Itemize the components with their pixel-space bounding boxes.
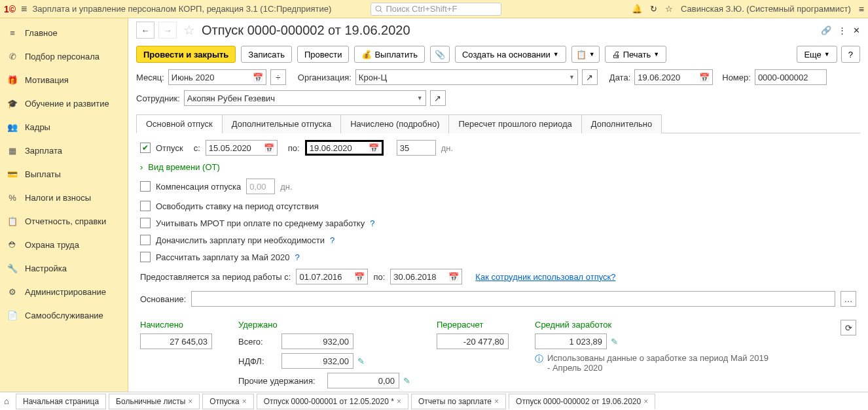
bottom-tab-vacation2[interactable]: Отпуск 0000-000002 от 19.06.2020× [509, 394, 655, 409]
org-open-button[interactable]: ↗ [582, 69, 598, 85]
sidebar-item-admin[interactable]: ⚙Администрирование [0, 280, 128, 303]
create-based-button[interactable]: Создать на основании▼ [455, 46, 566, 63]
release-rate-checkbox[interactable] [140, 201, 151, 211]
chevron-down-icon[interactable]: ▼ [417, 95, 423, 101]
bottom-tab-vacations[interactable]: Отпуска× [202, 394, 253, 409]
close-icon[interactable]: × [188, 397, 192, 406]
accrue-salary-checkbox[interactable] [140, 235, 151, 245]
tab-accrued-detail[interactable]: Начислено (подробно) [340, 114, 449, 133]
month-spinner[interactable]: ÷ [270, 69, 286, 85]
close-icon[interactable]: × [643, 397, 648, 406]
from-date-input[interactable]: 15.05.2020📅 [206, 140, 278, 156]
info-icon: ⓘ [535, 353, 543, 365]
number-input[interactable]: 0000-000002 [755, 69, 827, 85]
more-vertical-icon[interactable]: ⋮ [838, 26, 846, 35]
star-icon[interactable]: ☆ [665, 4, 673, 14]
write-button[interactable]: Записать [241, 46, 292, 63]
tab-recalc[interactable]: Пересчет прошлого периода [448, 114, 581, 133]
help-button[interactable]: ? [841, 46, 860, 63]
ndfl-value[interactable]: 932,00 [281, 353, 353, 369]
copy-button[interactable]: 📋▼ [571, 46, 600, 63]
calendar-icon[interactable]: 📅 [699, 73, 710, 82]
print-button[interactable]: 🖨Печать▼ [605, 46, 667, 63]
sidebar-item-learning[interactable]: 🎓Обучение и развитие [0, 92, 128, 115]
sidebar-item-recruit[interactable]: ✆Подбор персонала [0, 44, 128, 68]
chevron-down-icon[interactable]: ▼ [569, 74, 575, 80]
sidebar-item-taxes[interactable]: %Налоги и взносы [0, 186, 128, 209]
org-input[interactable]: Крон-Ц▼ [355, 69, 578, 85]
days-input[interactable]: 35 [397, 140, 436, 156]
other-value[interactable]: 0,00 [327, 373, 399, 388]
link-icon[interactable]: 🔗 [821, 26, 831, 35]
edit-icon[interactable]: ✎ [403, 376, 410, 386]
recalc-value[interactable]: -20 477,80 [437, 333, 509, 349]
tab-extra[interactable]: Дополнительно [581, 114, 662, 133]
nav-forward-button[interactable]: → [158, 22, 177, 39]
bottom-tab-sicklists[interactable]: Больничные листы× [109, 394, 200, 409]
favorite-star-icon[interactable]: ☆ [183, 22, 195, 38]
usage-link[interactable]: Как сотрудник использовал отпуск? [475, 272, 615, 282]
post-button[interactable]: Провести [297, 46, 350, 63]
sidebar-item-payments[interactable]: 💳Выплаты [0, 162, 128, 186]
help-icon[interactable]: ? [370, 218, 374, 228]
tab-additional[interactable]: Дополнительные отпуска [222, 114, 342, 133]
settings-icon[interactable]: ≡ [859, 4, 864, 14]
basis-input[interactable] [191, 291, 835, 307]
period-from-input[interactable]: 01.07.2016📅 [296, 269, 368, 284]
help-icon[interactable]: ? [330, 235, 335, 245]
total-value[interactable]: 932,00 [281, 333, 353, 349]
home-icon[interactable]: ⌂ [0, 396, 13, 406]
bottom-tab-vacation1[interactable]: Отпуск 0000-000001 от 12.05.2020 *× [257, 394, 408, 409]
sidebar-item-main[interactable]: ≡Главное [0, 21, 128, 44]
post-and-close-button[interactable]: Провести и закрыть [136, 46, 236, 63]
compensation-checkbox[interactable] [140, 181, 151, 192]
expand-icon[interactable]: › [140, 162, 143, 172]
close-icon[interactable]: × [494, 397, 499, 406]
bottom-tab-start[interactable]: Начальная страница [16, 394, 106, 409]
close-icon[interactable]: × [397, 397, 401, 406]
menu-icon[interactable]: ≡ [21, 3, 27, 15]
sidebar-item-reports[interactable]: 📋Отчетность, справки [0, 209, 128, 233]
sidebar-item-salary[interactable]: ▦Зарплата [0, 139, 128, 162]
sidebar-item-safety[interactable]: ⛑Охрана труда [0, 233, 128, 256]
employee-input[interactable]: Акопян Рубен Гезевич▼ [184, 90, 426, 106]
help-icon[interactable]: ? [295, 252, 299, 262]
user-name[interactable]: Савинская З.Ю. (Системный программист) [681, 4, 851, 14]
calendar-icon[interactable]: 📅 [253, 73, 263, 82]
history-icon[interactable]: ↻ [650, 4, 657, 14]
more-button[interactable]: Еще▼ [797, 46, 837, 63]
calendar-icon[interactable]: 📅 [354, 272, 365, 282]
bottom-tab-reports[interactable]: Отчеты по зарплате× [411, 394, 506, 409]
edit-icon[interactable]: ✎ [357, 356, 365, 366]
sidebar-item-settings[interactable]: 🔧Настройка [0, 256, 128, 280]
sidebar-item-hr[interactable]: 👥Кадры [0, 115, 128, 139]
accrued-value[interactable]: 27 645,03 [140, 333, 212, 349]
vacation-checkbox[interactable]: ✔ [140, 143, 151, 153]
avg-value[interactable]: 1 023,89 [535, 333, 607, 349]
calendar-icon[interactable]: 📅 [264, 143, 274, 153]
search-input[interactable]: Поиск Ctrl+Shift+F [371, 3, 501, 16]
compensation-days-input[interactable]: 0,00 [246, 179, 275, 194]
date-input[interactable]: 19.06.2020📅 [634, 69, 713, 85]
employee-open-button[interactable]: ↗ [430, 90, 446, 106]
period-to-input[interactable]: 30.06.2018📅 [390, 269, 462, 284]
pay-button[interactable]: 💰Выплатить [354, 46, 425, 63]
sidebar-item-self[interactable]: 📄Самообслуживание [0, 303, 128, 327]
time-type-link[interactable]: Вид времени (ОТ) [148, 162, 219, 172]
calendar-icon[interactable]: 📅 [369, 143, 379, 153]
month-input[interactable]: Июнь 2020📅 [168, 69, 266, 85]
to-date-input[interactable]: 19.06.2020📅 [305, 140, 384, 156]
refresh-button[interactable]: ⟳ [841, 320, 856, 335]
close-icon[interactable]: ✕ [853, 26, 860, 35]
tab-main-vacation[interactable]: Основной отпуск [136, 114, 223, 133]
edit-icon[interactable]: ✎ [611, 337, 618, 347]
attach-button[interactable]: 📎 [430, 46, 450, 63]
sidebar-item-motivation[interactable]: 🎁Мотивация [0, 68, 128, 92]
bell-icon[interactable]: 🔔 [632, 4, 642, 14]
close-icon[interactable]: × [242, 397, 247, 406]
calendar-icon[interactable]: 📅 [448, 272, 459, 282]
mrot-checkbox[interactable] [140, 218, 151, 228]
calc-salary-checkbox[interactable] [140, 252, 151, 262]
basis-more-button[interactable]: … [841, 291, 856, 307]
nav-back-button[interactable]: ← [136, 22, 154, 39]
